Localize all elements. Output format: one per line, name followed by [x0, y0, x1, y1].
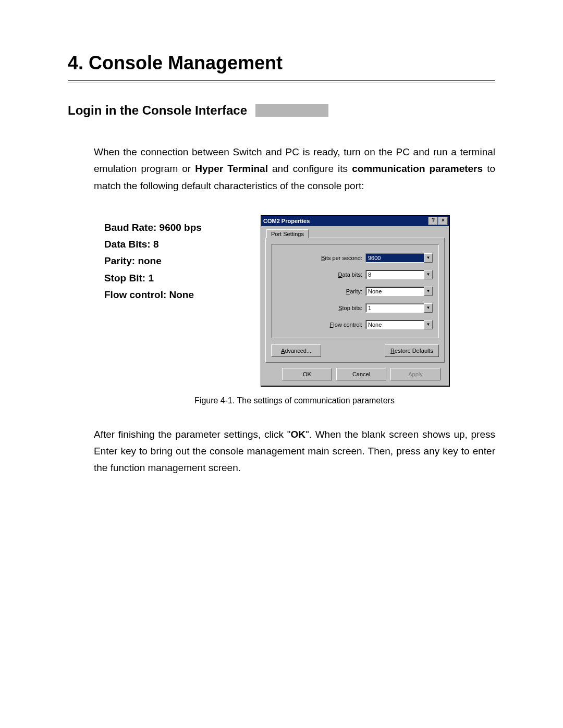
help-icon[interactable]: ? [429, 217, 438, 225]
select-bits-per-second-value: 9600 [366, 254, 424, 262]
chevron-down-icon[interactable]: ▼ [424, 270, 433, 279]
label-bits-per-second: Bits per second: [321, 255, 362, 261]
outro-paragraph: After finishing the parameter settings, … [94, 426, 495, 477]
chevron-down-icon[interactable]: ▼ [424, 303, 433, 313]
param-flow-control: Flow control: None [104, 287, 240, 303]
dialog-titlebar[interactable]: COM2 Properties ? × [261, 216, 449, 226]
intro-paragraph: When the connection between Switch and P… [94, 144, 495, 194]
label-flow-control: Flow control: [330, 322, 362, 328]
tab-panel: Bits per second: 9600 ▼ Data bits: [265, 238, 445, 363]
param-data-bits: Data Bits: 8 [104, 236, 240, 253]
label-parity: Parity: [346, 288, 362, 294]
title-divider [68, 80, 495, 82]
outro-bold: OK [290, 429, 305, 440]
page-title: 4. Console Management [68, 52, 495, 74]
chevron-down-icon[interactable]: ▼ [424, 253, 433, 263]
section-title: Login in the Console Interface [68, 103, 247, 118]
parameter-list: Baud Rate: 9600 bps Data Bits: 8 Parity:… [104, 215, 240, 303]
label-data-bits: Data bits: [338, 272, 362, 278]
close-icon[interactable]: × [438, 217, 448, 225]
com-properties-dialog: COM2 Properties ? × Port Settings Bits p… [261, 215, 450, 387]
chevron-down-icon[interactable]: ▼ [424, 287, 433, 296]
advanced-button[interactable]: Advanced... [271, 344, 321, 357]
select-flow-control[interactable]: None ▼ [365, 320, 433, 329]
intro-bold-2: communication parameters [352, 163, 483, 174]
row-parity: Parity: None ▼ [277, 287, 433, 296]
select-stop-bits-value: 1 [366, 304, 424, 312]
tab-port-settings[interactable]: Port Settings [266, 229, 309, 238]
dialog-title: COM2 Properties [263, 218, 310, 224]
select-flow-control-value: None [366, 320, 424, 329]
outro-text-1: After finishing the parameter settings, … [94, 429, 290, 440]
intro-bold-1: Hyper Terminal [195, 163, 268, 174]
label-stop-bits: Stop bits: [338, 305, 362, 311]
select-stop-bits[interactable]: 1 ▼ [365, 303, 433, 313]
row-stop-bits: Stop bits: 1 ▼ [277, 303, 433, 313]
select-bits-per-second[interactable]: 9600 ▼ [365, 253, 433, 263]
section-title-bar [255, 104, 328, 117]
select-data-bits-value: 8 [366, 270, 424, 279]
row-data-bits: Data bits: 8 ▼ [277, 270, 433, 279]
param-stop-bit: Stop Bit: 1 [104, 270, 240, 287]
select-parity-value: None [366, 287, 424, 295]
param-baud-rate: Baud Rate: 9600 bps [104, 219, 240, 236]
apply-button[interactable]: Apply [390, 368, 440, 380]
chevron-down-icon[interactable]: ▼ [424, 320, 433, 329]
select-parity[interactable]: None ▼ [365, 287, 433, 296]
figure-caption: Figure 4-1. The settings of communicatio… [94, 396, 495, 405]
intro-text-2: and configure its [268, 163, 352, 174]
restore-defaults-button[interactable]: Restore Defaults [385, 344, 439, 357]
cancel-button[interactable]: Cancel [336, 368, 386, 380]
ok-button[interactable]: OK [282, 368, 332, 380]
row-flow-control: Flow control: None ▼ [277, 320, 433, 329]
row-bits-per-second: Bits per second: 9600 ▼ [277, 253, 433, 263]
select-data-bits[interactable]: 8 ▼ [365, 270, 433, 279]
param-parity: Parity: none [104, 253, 240, 269]
